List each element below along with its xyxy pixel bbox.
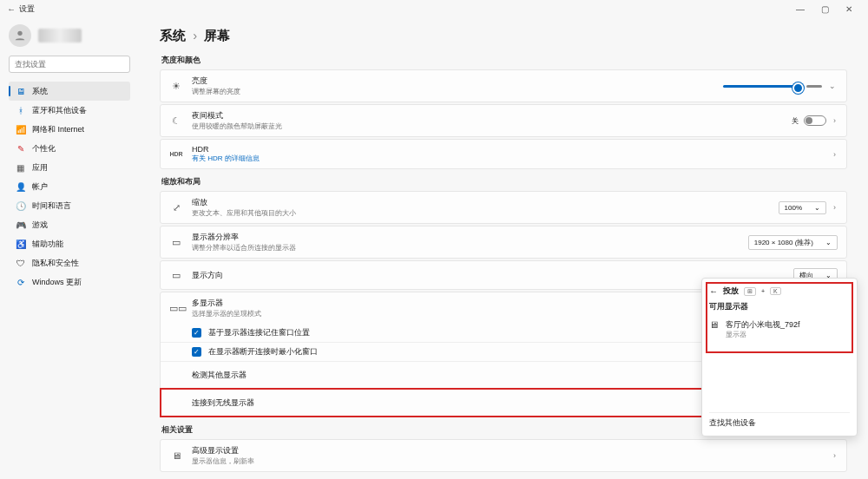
checkbox-icon: ✓ (192, 347, 201, 357)
nav-label: 时间和语言 (32, 200, 71, 212)
close-button[interactable]: ✕ (837, 4, 861, 14)
nav-label: 辅助功能 (32, 239, 63, 250)
scale-icon: ⤢ (169, 202, 183, 213)
nav-icon: ▦ (16, 163, 25, 173)
chevron-down-icon[interactable]: ⌄ (827, 82, 838, 90)
nav-icon: ✎ (16, 144, 25, 154)
monitor-icon: 🖥 (169, 450, 183, 461)
device-name: 客厅的小米电视_792f (726, 319, 800, 331)
nav-label: 帐户 (32, 181, 48, 193)
nav-icon: 👤 (16, 182, 25, 192)
nav-label: 隐私和安全性 (32, 258, 79, 269)
window-title: 设置 (19, 3, 35, 15)
sidebar-item-9[interactable]: 🛡隐私和安全性 (9, 253, 130, 272)
sidebar-item-5[interactable]: 👤帐户 (9, 177, 130, 196)
maximize-button[interactable]: ▢ (812, 4, 837, 14)
breadcrumb-sep: › (193, 28, 197, 43)
slider-track (806, 85, 822, 88)
brightness-title: 亮度 (192, 75, 714, 87)
kbd-plus: + (761, 288, 765, 294)
flyout-section-available: 可用显示器 (709, 302, 850, 312)
chevron-right-icon[interactable]: › (832, 150, 838, 159)
nav-icon: 🕓 (16, 201, 25, 211)
wireless-label: 连接到无线显示器 (192, 397, 789, 409)
nav-label: 网络和 Internet (32, 124, 84, 135)
adv-title: 高级显示设置 (192, 445, 823, 456)
night-state: 关 (792, 116, 799, 126)
kbd-win-icon: ⊞ (744, 287, 756, 296)
row-scale[interactable]: ⤢ 缩放更改文本、应用和其他项目的大小 100%⌄› (161, 192, 846, 223)
kbd-k: K (770, 287, 781, 295)
tv-icon: 🖥 (709, 319, 719, 339)
nav-icon: ♿ (16, 240, 25, 249)
sidebar-item-10[interactable]: ⟳Windows 更新 (9, 272, 130, 292)
night-sub: 使用较暖的颜色帮助屏蔽蓝光 (192, 121, 783, 131)
nav-icon: ᚼ (16, 106, 25, 115)
adv-sub: 显示器信息，刷新率 (192, 456, 823, 466)
moon-icon: ☾ (169, 115, 183, 127)
hdr-icon: HDR (169, 151, 183, 157)
detect-label: 检测其他显示器 (192, 370, 789, 381)
row-hdr[interactable]: HDR HDR有关 HDR 的详细信息 › (161, 140, 846, 168)
chk1-label: 基于显示器连接记住窗口位置 (208, 327, 310, 338)
chk2-label: 在显示器断开连接时最小化窗口 (208, 346, 318, 358)
hdr-link[interactable]: 有关 HDR 的详细信息 (192, 154, 823, 163)
multi-display-icon: ▭▭ (169, 303, 183, 314)
device-item[interactable]: 🖥 客厅的小米电视_792f显示器 (709, 316, 850, 343)
sidebar-item-6[interactable]: 🕓时间和语言 (9, 196, 130, 215)
sidebar-item-3[interactable]: ✎个性化 (9, 139, 130, 158)
breadcrumb-system[interactable]: 系统 (160, 28, 186, 43)
nav-label: 应用 (32, 162, 48, 174)
brightness-slider[interactable] (723, 85, 801, 88)
user-name-blurred (38, 29, 82, 43)
titlebar-back[interactable]: ← (7, 4, 19, 14)
row-night-light[interactable]: ☾ 夜间模式使用较暖的颜色帮助屏蔽蓝光 关› (161, 105, 846, 136)
flyout-find-other[interactable]: 查找其他设备 (709, 412, 850, 429)
nav-icon: 🎮 (16, 220, 25, 230)
flyout-title: 投放 (723, 285, 739, 297)
nav-icon: 🛡 (16, 259, 25, 268)
row-advanced-display[interactable]: 🖥 高级显示设置显示器信息，刷新率 › (161, 440, 846, 471)
chevron-right-icon[interactable]: › (832, 116, 838, 125)
night-title: 夜间模式 (192, 110, 783, 121)
nav-label: 游戏 (32, 220, 48, 231)
nav-label: Windows 更新 (32, 277, 82, 288)
sidebar-item-8[interactable]: ♿辅助功能 (9, 234, 130, 253)
orient-title: 显示方向 (192, 270, 785, 281)
orientation-icon: ▭ (169, 270, 183, 281)
flyout-back[interactable]: ← (709, 286, 718, 296)
nav-icon: ⟳ (16, 278, 25, 287)
chevron-right-icon[interactable]: › (832, 451, 838, 460)
nav-icon: 📶 (16, 125, 25, 135)
nav-label: 系统 (32, 86, 48, 97)
chevron-right-icon[interactable]: › (832, 203, 838, 212)
row-resolution[interactable]: ▭ 显示器分辨率调整分辨率以适合所连接的显示器 1920 × 1080 (推荐)… (161, 226, 846, 258)
hdr-title: HDR (192, 145, 823, 154)
scale-title: 缩放 (192, 197, 770, 208)
scale-sub: 更改文本、应用和其他项目的大小 (192, 208, 770, 218)
resolution-dropdown[interactable]: 1920 × 1080 (推荐)⌄ (748, 235, 838, 250)
sidebar-item-0[interactable]: 🖥系统 (9, 82, 130, 101)
sidebar-item-4[interactable]: ▦应用 (9, 158, 130, 177)
section-scale-layout: 缩放和布局 (161, 176, 847, 187)
scale-dropdown[interactable]: 100%⌄ (779, 201, 826, 214)
sidebar-item-1[interactable]: ᚼ蓝牙和其他设备 (9, 101, 130, 120)
nav-label: 蓝牙和其他设备 (32, 105, 87, 116)
breadcrumb-display: 屏幕 (204, 28, 230, 43)
sun-icon: ☀ (169, 81, 183, 92)
user-block[interactable] (9, 24, 130, 47)
resolution-icon: ▭ (169, 237, 183, 248)
res-sub: 调整分辨率以适合所连接的显示器 (192, 243, 740, 253)
brightness-sub: 调整屏幕的亮度 (192, 87, 714, 96)
sidebar: 🖥系统ᚼ蓝牙和其他设备📶网络和 Internet✎个性化▦应用👤帐户🕓时间和语言… (0, 17, 139, 479)
row-brightness[interactable]: ☀ 亮度调整屏幕的亮度 ⌄ (161, 70, 846, 102)
nav-label: 个性化 (32, 143, 56, 154)
svg-point-0 (17, 31, 22, 36)
sidebar-item-7[interactable]: 🎮游戏 (9, 215, 130, 234)
res-title: 显示器分辨率 (192, 232, 740, 243)
checkbox-icon: ✓ (192, 328, 201, 338)
night-toggle[interactable] (804, 115, 826, 126)
minimize-button[interactable]: — (788, 4, 812, 14)
search-input[interactable] (9, 56, 130, 73)
sidebar-item-2[interactable]: 📶网络和 Internet (9, 120, 130, 139)
